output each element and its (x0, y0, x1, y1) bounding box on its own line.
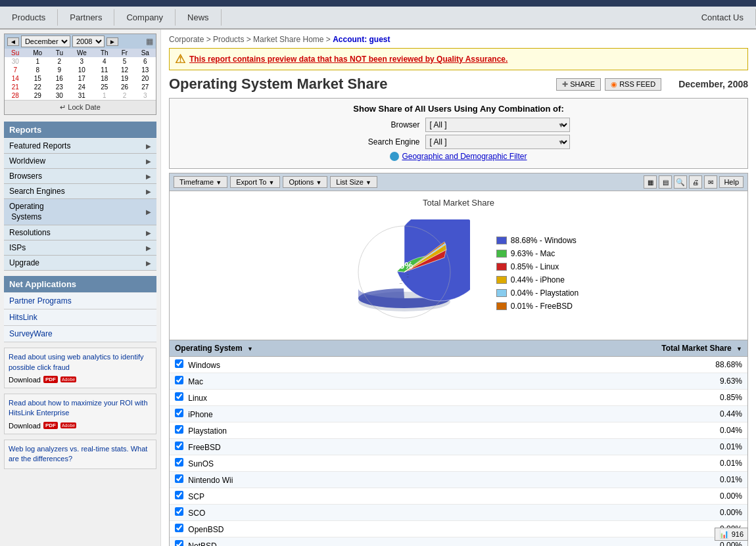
sidebar-item-operating-systems[interactable]: OperatingSystems ▶ (4, 199, 156, 225)
export-btn[interactable]: Export To ▼ (230, 176, 280, 188)
nav-company[interactable]: Company (114, 9, 176, 26)
zoom-btn[interactable]: 🔍 (674, 175, 687, 189)
cal-day[interactable]: 4 (94, 57, 114, 66)
row-checkbox[interactable] (175, 540, 183, 546)
net-apps-partner-programs[interactable]: Partner Programs (4, 293, 156, 309)
cal-day[interactable]: 15 (26, 74, 49, 83)
chart-view-btn[interactable]: ▦ (644, 175, 657, 189)
cal-day[interactable]: 18 (94, 74, 114, 83)
row-checkbox[interactable] (175, 442, 183, 450)
sidebar-item-upgrade[interactable]: Upgrade ▶ (4, 256, 156, 271)
help-btn[interactable]: Help (719, 176, 744, 188)
row-checkbox[interactable] (175, 425, 183, 434)
cal-day[interactable]: 13 (135, 66, 156, 74)
cal-day[interactable]: 19 (114, 74, 134, 83)
cal-day[interactable]: 3 (70, 57, 95, 66)
cal-day[interactable]: 8 (26, 66, 49, 74)
row-checkbox[interactable] (175, 376, 183, 384)
print-btn[interactable]: 🖨 (689, 175, 702, 189)
nav-news[interactable]: News (176, 9, 222, 26)
net-apps-hitslink[interactable]: HitsLink (4, 309, 156, 326)
cal-day[interactable]: 20 (135, 74, 156, 83)
cal-day[interactable]: 1 (94, 91, 114, 100)
net-apps-section: Net Applications Partner Programs HitsLi… (4, 276, 156, 342)
nav-partners[interactable]: Partners (58, 9, 114, 26)
cal-day[interactable]: 2 (114, 91, 134, 100)
sidebar-item-resolutions[interactable]: Resolutions ▶ (4, 225, 156, 240)
browser-select[interactable]: [ All ] (425, 118, 570, 132)
list-size-label: List Size (336, 178, 364, 186)
geo-filter-link[interactable]: Geographic and Demographic Filter (390, 152, 527, 161)
sidebar-item-browsers[interactable]: Browsers ▶ (4, 169, 156, 184)
cal-month-select[interactable]: December (21, 35, 70, 47)
sidebar-item-search-engines[interactable]: Search Engines ▶ (4, 184, 156, 199)
cal-day[interactable]: 26 (114, 83, 134, 91)
lock-date-btn[interactable]: ↵ Lock Date (5, 100, 156, 114)
email-btn[interactable]: ✉ (704, 175, 717, 189)
cal-day[interactable]: 11 (94, 66, 114, 74)
cal-day[interactable]: 2 (49, 57, 70, 66)
cal-day[interactable]: 31 (70, 91, 95, 100)
nav-products[interactable]: Products (0, 9, 58, 26)
cal-day[interactable]: 1 (26, 57, 49, 66)
promo-2-download-label[interactable]: Download (9, 422, 41, 430)
sidebar-item-featured-reports[interactable]: Featured Reports ▶ (4, 139, 156, 154)
cal-day[interactable]: 10 (70, 66, 95, 74)
calendar-days-header: Su Mo Tu We Th Fr Sa (5, 49, 156, 57)
row-checkbox[interactable] (175, 359, 183, 368)
isps-arrow: ▶ (146, 244, 151, 252)
row-checkbox[interactable] (175, 409, 183, 417)
legend-item-mac: 9.63% - Mac (496, 249, 579, 258)
cal-day[interactable]: 7 (5, 66, 26, 74)
col-share-header[interactable]: Total Market Share ▼ (454, 340, 747, 357)
table-view-btn[interactable]: ▤ (659, 175, 672, 189)
row-checkbox[interactable] (175, 507, 183, 516)
sidebar-item-worldview[interactable]: Worldview ▶ (4, 154, 156, 169)
cal-next[interactable]: ► (106, 37, 118, 46)
cal-day[interactable]: 30 (49, 91, 70, 100)
cal-prev[interactable]: ◄ (7, 37, 19, 46)
row-checkbox[interactable] (175, 474, 183, 483)
row-checkbox[interactable] (175, 458, 183, 466)
nav-contact[interactable]: Contact Us (690, 9, 756, 26)
cal-week-1: 30 1 2 3 4 5 6 (5, 57, 156, 66)
row-checkbox[interactable] (175, 392, 183, 401)
list-size-btn[interactable]: List Size ▼ (330, 176, 377, 188)
share-button[interactable]: ✚ SHARE (556, 78, 601, 91)
upgrade-arrow: ▶ (146, 260, 151, 267)
breadcrumb-market-share-home[interactable]: Market Share Home (253, 35, 323, 44)
row-checkbox[interactable] (175, 524, 183, 532)
breadcrumb-products[interactable]: Products (213, 35, 244, 44)
cal-day[interactable]: 17 (70, 74, 95, 83)
promo-1-download-label[interactable]: Download (9, 376, 41, 384)
cal-day[interactable]: 9 (49, 66, 70, 74)
svg-text:0%: 0% (407, 270, 409, 271)
cal-day[interactable]: 3 (135, 91, 156, 100)
cal-day[interactable]: 25 (94, 83, 114, 91)
cal-year-select[interactable]: 2008 (72, 35, 105, 47)
net-apps-surveyware[interactable]: SurveyWare (4, 326, 156, 342)
cal-day[interactable]: 16 (49, 74, 70, 83)
cal-day[interactable]: 28 (5, 91, 26, 100)
timeframe-btn[interactable]: Timeframe ▼ (174, 176, 227, 188)
cal-day[interactable]: 5 (114, 57, 134, 66)
cal-day[interactable]: 29 (26, 91, 49, 100)
cal-day[interactable]: 27 (135, 83, 156, 91)
cal-day[interactable]: 6 (135, 57, 156, 66)
sidebar-item-isps[interactable]: ISPs ▶ (4, 240, 156, 256)
rss-button[interactable]: ◉ RSS FEED (605, 78, 661, 91)
cal-day[interactable]: 24 (70, 83, 95, 91)
cal-day[interactable]: 23 (49, 83, 70, 91)
cal-day[interactable]: 12 (114, 66, 134, 74)
cal-day[interactable]: 30 (5, 57, 26, 66)
cal-day[interactable]: 14 (5, 74, 26, 83)
cal-day[interactable]: 21 (5, 83, 26, 91)
options-btn[interactable]: Options ▼ (283, 176, 327, 188)
cal-day[interactable]: 22 (26, 83, 49, 91)
os-name: SCP (188, 492, 204, 501)
breadcrumb-corporate[interactable]: Corporate (169, 35, 204, 44)
promo-1-download-row: Download PDF Adobe (9, 376, 152, 384)
row-checkbox[interactable] (175, 491, 183, 499)
col-os-header[interactable]: Operating System ▼ (170, 340, 454, 357)
search-engine-select[interactable]: [ All ] (425, 135, 570, 149)
